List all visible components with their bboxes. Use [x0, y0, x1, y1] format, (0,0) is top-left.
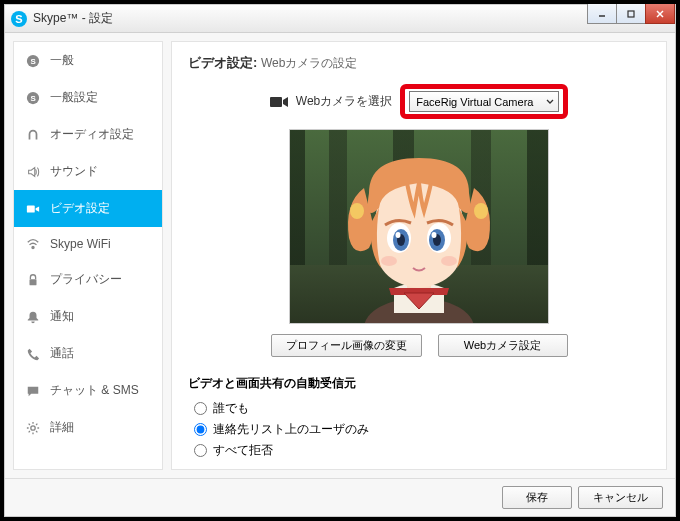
minimize-button[interactable] [587, 4, 617, 24]
main-panel: ビデオ設定: Webカメラの設定 Webカメラを選択 FaceRig Virtu… [171, 41, 667, 470]
chevron-down-icon [546, 96, 554, 108]
svg-point-9 [32, 246, 34, 248]
skype-settings-window: S Skype™ - 設定 S 一般 S 一般設定 オーディオ設定 サウンド [4, 4, 676, 517]
radio-contacts-only[interactable]: 連絡先リスト上のユーザのみ [194, 421, 650, 438]
camera-dropdown[interactable]: FaceRig Virtual Camera [409, 91, 559, 112]
phone-icon [26, 347, 40, 361]
svg-point-15 [474, 203, 488, 219]
video-icon [26, 202, 40, 216]
skype-icon: S [26, 91, 40, 105]
sidebar-item-label: 通知 [50, 308, 74, 325]
radio-anyone[interactable]: 誰でも [194, 400, 650, 417]
dropdown-value: FaceRig Virtual Camera [416, 96, 533, 108]
highlight-annotation: FaceRig Virtual Camera [400, 84, 568, 119]
radio-input-deny-all[interactable] [194, 444, 207, 457]
save-button[interactable]: 保存 [502, 486, 572, 509]
camera-icon [270, 96, 288, 108]
sidebar-item-label: 詳細 [50, 419, 74, 436]
maximize-button[interactable] [616, 4, 646, 24]
svg-point-25 [441, 256, 457, 266]
sidebar-item-notifications[interactable]: 通知 [14, 298, 162, 335]
svg-text:S: S [30, 56, 35, 65]
headset-icon [26, 128, 40, 142]
skype-logo-icon: S [11, 11, 27, 27]
sidebar-item-label: Skype WiFi [50, 237, 111, 251]
lock-icon [26, 273, 40, 287]
gear-icon [26, 421, 40, 435]
cancel-button[interactable]: キャンセル [578, 486, 663, 509]
sidebar-item-label: プライバシー [50, 271, 122, 288]
sidebar-item-general[interactable]: S 一般 [14, 42, 162, 79]
radio-input-contacts-only[interactable] [194, 423, 207, 436]
heading: ビデオ設定: [188, 55, 257, 70]
sound-icon [26, 165, 40, 179]
sidebar-item-label: サウンド [50, 163, 98, 180]
bell-icon [26, 310, 40, 324]
webcam-settings-button[interactable]: Webカメラ設定 [438, 334, 568, 357]
radio-label: 連絡先リスト上のユーザのみ [213, 421, 369, 438]
sidebar-item-audio[interactable]: オーディオ設定 [14, 116, 162, 153]
close-button[interactable] [645, 4, 675, 24]
sidebar-item-label: ビデオ設定 [50, 200, 110, 217]
sidebar-item-privacy[interactable]: プライバシー [14, 261, 162, 298]
video-preview [289, 129, 549, 324]
svg-text:S: S [30, 93, 35, 102]
svg-point-22 [396, 232, 401, 238]
radio-label: 誰でも [213, 400, 249, 417]
radio-input-anyone[interactable] [194, 402, 207, 415]
sidebar-item-advanced[interactable]: 詳細 [14, 409, 162, 446]
sub-heading: Webカメラの設定 [261, 56, 357, 70]
svg-point-11 [31, 425, 35, 429]
window-controls [588, 4, 675, 24]
svg-rect-10 [30, 279, 37, 285]
camera-select-label: Webカメラを選択 [296, 93, 392, 110]
sidebar-item-label: 一般 [50, 52, 74, 69]
footer: 保存 キャンセル [5, 478, 675, 516]
sidebar: S 一般 S 一般設定 オーディオ設定 サウンド ビデオ設定 Skype W [13, 41, 163, 470]
titlebar: S Skype™ - 設定 [5, 5, 675, 33]
svg-point-24 [381, 256, 397, 266]
sidebar-item-general-settings[interactable]: S 一般設定 [14, 79, 162, 116]
svg-point-23 [432, 232, 437, 238]
sidebar-item-sound[interactable]: サウンド [14, 153, 162, 190]
section-title: ビデオ設定: Webカメラの設定 [188, 54, 650, 72]
wifi-icon [26, 237, 40, 251]
change-profile-image-button[interactable]: プロフィール画像の変更 [271, 334, 422, 357]
svg-rect-1 [628, 11, 634, 17]
sidebar-item-video[interactable]: ビデオ設定 [14, 190, 162, 227]
sidebar-item-label: 通話 [50, 345, 74, 362]
sidebar-item-chat-sms[interactable]: チャット & SMS [14, 372, 162, 409]
sidebar-item-label: 一般設定 [50, 89, 98, 106]
sidebar-item-label: チャット & SMS [50, 382, 139, 399]
svg-rect-12 [270, 97, 282, 107]
svg-rect-8 [27, 205, 35, 212]
auto-accept-title: ビデオと画面共有の自動受信元 [188, 375, 650, 392]
chat-icon [26, 384, 40, 398]
sidebar-item-label: オーディオ設定 [50, 126, 134, 143]
svg-point-14 [350, 203, 364, 219]
window-title: Skype™ - 設定 [33, 10, 113, 27]
sidebar-item-calls[interactable]: 通話 [14, 335, 162, 372]
sidebar-item-wifi[interactable]: Skype WiFi [14, 227, 162, 261]
camera-selector-row: Webカメラを選択 FaceRig Virtual Camera [188, 84, 650, 119]
avatar-character [319, 133, 519, 324]
skype-icon: S [26, 54, 40, 68]
radio-deny-all[interactable]: すべて拒否 [194, 442, 650, 459]
radio-label: すべて拒否 [213, 442, 273, 459]
